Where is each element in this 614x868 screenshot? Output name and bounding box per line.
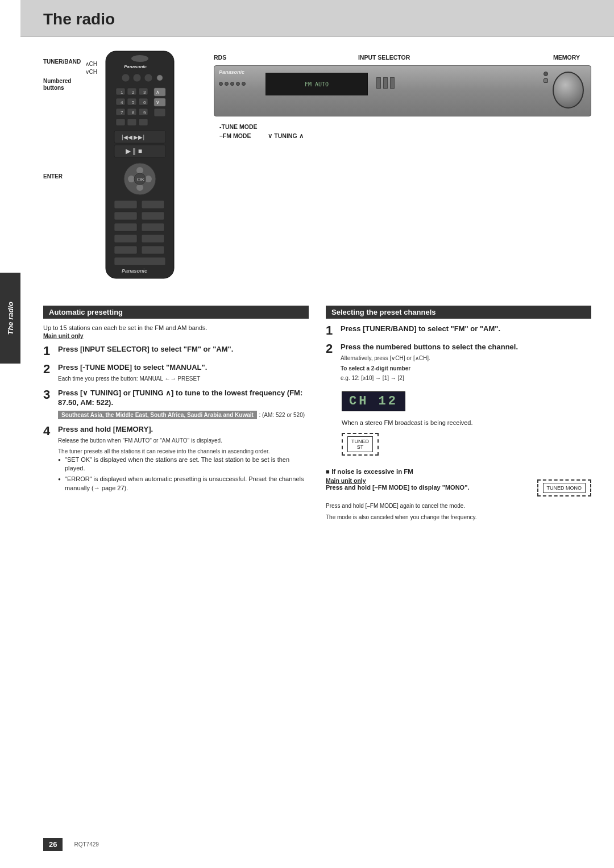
step-1-title: Press [INPUT SELECTOR] to select "FM" or… [58,345,309,354]
noise-header: ■ If noise is excessive in FM [326,468,591,475]
auto-preset-intro: Up to 15 stations can each be set in the… [43,324,309,331]
diagram-section: TUNER/BAND Numbered buttons ENTER ∧CH ∨C… [43,48,591,289]
step-2-sub: Each time you press the button: MANUAL ←… [58,375,309,383]
preset-step-1-title: Press [TUNER/BAND] to select "FM" or "AM… [341,324,591,334]
receiver-left-buttons [219,82,246,86]
preset-step-2-sub: Alternatively, press [∨CH] or [∧CH]. [341,354,591,362]
svg-text:OK: OK [137,177,144,182]
enter-label: ENTER [43,173,63,180]
tune-mode-label: -TUNE MODE [219,123,258,130]
svg-rect-48 [114,223,137,231]
tuned-mono-indicator: TUNED MONO [537,479,592,496]
highlight-region: Southeast Asia, the Middle East, South A… [58,411,257,419]
tuner-band-label: TUNER/BAND [43,59,81,65]
instructions-columns: Automatic presetting Up to 15 stations c… [43,306,591,521]
step-4-bullets: "SET OK" is displayed when the stations … [58,456,309,493]
receiver-display: FM AUTO [265,73,368,95]
example-text: e.g. 12: [≥10] → [1] → [2] [341,374,591,382]
receiver-knob [553,72,584,108]
svg-point-4 [133,74,141,82]
svg-point-6 [157,75,163,81]
receiver-controls [376,77,395,89]
tuned-label: TUNED [351,439,369,444]
svg-rect-51 [142,235,164,243]
svg-point-5 [144,74,152,82]
page-number: 26 [43,838,63,851]
svg-text:∧: ∧ [156,89,160,95]
svg-text:9: 9 [143,110,146,115]
svg-text:Panasonic: Panasonic [124,64,147,69]
step-4-title: Press and hold [MEMORY]. [58,425,309,435]
svg-point-39 [136,184,143,191]
numbered-label: Numbered buttons [43,78,71,91]
tuning-label: ∨ TUNING ∧ [268,132,303,139]
svg-rect-50 [114,235,137,243]
automatic-presetting-header: Automatic presetting [43,306,309,319]
step-2-title: Press [-TUNE MODE] to select "MANUAL". [58,363,309,373]
preset-step-1-number: 1 [326,324,336,337]
svg-rect-44 [114,201,137,208]
display-ch12-container: CH 12 [342,388,591,415]
step-3-sub: : (AM: 522 or 520) [259,412,305,418]
svg-rect-32 [154,108,165,116]
page-footer: 26 RQT7429 [20,838,614,851]
svg-text:7: 7 [121,110,123,115]
display-ch12: CH 12 [342,391,405,411]
preset-step-2-title: Press the numbered buttons to select the… [341,343,591,352]
svg-text:∨: ∨ [156,99,160,105]
svg-text:8: 8 [132,110,135,115]
memory-label: MEMORY [553,54,580,61]
selecting-preset-header: Selecting the preset channels [326,306,591,319]
model-number: RQT7429 [74,841,98,848]
svg-rect-30 [127,119,136,126]
bullet-2: "ERROR" is displayed when automatic pres… [58,475,309,493]
page-title: The radio [43,10,115,28]
right-column: Selecting the preset channels 1 Press [T… [326,306,591,521]
tuned-indicator: TUNED ST [342,431,591,458]
step-3-title: Press [∨ TUNING] or [TUNING ∧] to tune t… [58,389,309,408]
svg-rect-49 [142,223,164,231]
to-select-label: To select a 2-digit number [341,365,591,373]
svg-point-41 [145,176,152,182]
main-content: TUNER/BAND Numbered buttons ENTER ∧CH ∨C… [20,37,614,533]
svg-text:3: 3 [143,90,146,95]
svg-rect-53 [142,246,164,254]
step-3-number: 3 [43,389,53,401]
frequency-text: The mode is also canceled when you chang… [326,514,591,521]
receiver-brand: Panasonic [219,69,244,75]
stereo-text: When a stereo FM broadcast is being rece… [342,419,591,426]
step-1-number: 1 [43,345,53,357]
svg-text:6: 6 [143,100,146,105]
main-unit-only-left: Main unit only [43,332,309,339]
svg-rect-54 [114,257,165,265]
svg-rect-52 [114,246,137,254]
ch-down-label: ∨CH [85,69,97,75]
preset-step-1: 1 Press [TUNER/BAND] to select "FM" or "… [326,324,591,337]
receiver-area: RDS INPUT SELECTOR MEMORY Panasonic [214,48,591,289]
receiver-right-buttons [544,72,548,83]
cancel-text: Press and hold [–FM MODE] again to cance… [326,502,591,510]
bullet-1: "SET OK" is displayed when the stations … [58,456,309,473]
svg-text:▶  ‖  ■: ▶ ‖ ■ [126,147,142,155]
step-2-number: 2 [43,363,53,375]
press-hold-text: Press and hold [–FM MODE] to display "MO… [326,484,526,491]
fm-mode-label: –FM MODE [219,132,251,139]
noise-section: ■ If noise is excessive in FM Main unit … [326,465,591,521]
svg-point-1 [131,55,148,62]
left-column: Automatic presetting Up to 15 stations c… [43,306,309,521]
svg-rect-31 [139,119,148,126]
svg-point-40 [128,176,135,182]
input-selector-label: INPUT SELECTOR [358,54,410,61]
svg-text:|◀◀  ▶▶|: |◀◀ ▶▶| [122,134,144,140]
svg-rect-46 [114,212,137,220]
remote-svg: Panasonic 1 2 3 [94,48,185,289]
auto-step-4: 4 Press and hold [MEMORY]. Release the b… [43,425,309,495]
svg-rect-45 [142,201,164,208]
preset-step-2: 2 Press the numbered buttons to select t… [326,343,591,382]
step-4-sub1: Release the button when "FM AUTO" or "AM… [58,437,309,445]
tuned-mono-label: TUNED MONO [547,485,582,491]
page-header: The radio [20,0,614,37]
svg-point-38 [136,167,143,174]
svg-rect-47 [142,212,164,220]
svg-point-3 [122,74,130,82]
